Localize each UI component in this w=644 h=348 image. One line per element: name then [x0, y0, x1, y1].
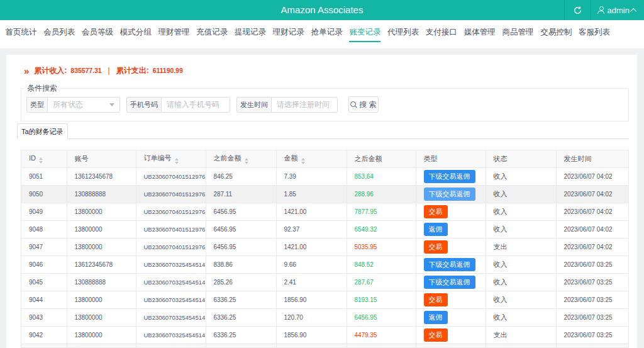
type-tag-button[interactable]: 交易: [424, 328, 448, 342]
partial-cell: [486, 344, 556, 348]
type-tag-button[interactable]: 下级交易返佣: [424, 188, 475, 201]
nav-item-7[interactable]: 理财记录: [273, 20, 304, 42]
cell-status: 收入: [486, 291, 556, 308]
cell-type: 交易: [416, 238, 486, 255]
cell-account: 130888888: [67, 185, 136, 203]
table-row[interactable]: 904713800000UB23060704015129766456.95142…: [21, 238, 628, 255]
income-label: 累计收入:: [34, 66, 67, 76]
cell-account: 13800000: [67, 220, 136, 238]
type-select-group: 类型 所有状态: [26, 97, 120, 113]
phone-input[interactable]: 请输入手机号码: [161, 97, 230, 113]
double-chevron-icon: »: [24, 66, 29, 76]
col-header: 账号: [67, 150, 136, 167]
cell-id: 9049: [21, 203, 67, 220]
table-row[interactable]: 905113612345678UB2306070401512976846.257…: [21, 167, 628, 185]
nav-item-1[interactable]: 会员列表: [43, 20, 75, 42]
cell-order: UB2306070401512976: [136, 220, 206, 238]
table-row[interactable]: 9045130888888UB2306070325454514285.262.4…: [21, 273, 628, 291]
type-tag-button[interactable]: 交易: [424, 205, 448, 218]
records-table-wrap: ID账号订单编号之前金额金额之后金额类型状态发生时间 9051136123456…: [21, 150, 629, 348]
nav-item-5[interactable]: 充值记录: [196, 20, 228, 42]
app-title: Amazon Associates: [0, 0, 644, 20]
sort-icon[interactable]: [301, 158, 305, 164]
nav-item-13[interactable]: 商品管理: [502, 20, 534, 42]
cell-type: 交易: [416, 326, 486, 344]
nav-item-6[interactable]: 提现记录: [235, 20, 266, 42]
type-select[interactable]: 所有状态: [47, 97, 120, 113]
nav-item-12[interactable]: 媒体管理: [464, 20, 496, 42]
tab-financial-records[interactable]: Ta的财务记录: [17, 123, 68, 139]
nav-item-14[interactable]: 交易控制: [540, 20, 572, 42]
cell-status: 收入: [486, 273, 556, 291]
time-label: 发生时间: [236, 97, 271, 113]
col-header[interactable]: 订单编号: [136, 150, 206, 167]
cell-account: 130888888: [67, 273, 136, 291]
type-tag-button[interactable]: 下级交易返佣: [424, 258, 475, 271]
cell-id: 9042: [21, 326, 67, 344]
nav-item-9[interactable]: 账变记录: [349, 20, 380, 42]
card: » 累计收入: 835577.31 | 累计支出: 611190.99 条件搜索…: [6, 55, 637, 348]
table-row[interactable]: 904613612345678UB2306070325454514838.869…: [21, 255, 628, 273]
cell-before: 6456.95: [206, 220, 276, 238]
col-header[interactable]: ID: [21, 150, 67, 167]
sort-icon[interactable]: [39, 157, 43, 164]
col-header[interactable]: 金额: [276, 150, 347, 167]
type-tag-button[interactable]: 下级交易返佣: [424, 276, 475, 289]
search-icon: [350, 101, 357, 108]
sort-icon[interactable]: [175, 158, 179, 164]
cell-time: 2023/06/07 03:25: [556, 273, 628, 291]
refresh-icon: [574, 6, 582, 14]
table-row[interactable]: 904813800000UB23060704015129766456.9592.…: [21, 220, 628, 238]
cell-before: 846.25: [206, 167, 276, 185]
content-area: » 累计收入: 835577.31 | 累计支出: 611190.99 条件搜索…: [0, 48, 644, 348]
table-row[interactable]: 904313800000UB23060703254545146336.25120…: [21, 308, 628, 326]
nav-item-8[interactable]: 抢单记录: [311, 20, 343, 42]
cell-id: 9050: [21, 185, 67, 203]
cell-order: UB2306070325454514: [136, 308, 206, 326]
search-button[interactable]: 搜 索: [348, 96, 379, 113]
table-row[interactable]: 904913800000UB23060704015129766456.95142…: [21, 203, 628, 220]
nav-item-4[interactable]: 理财管理: [158, 20, 190, 42]
cell-amount: 92.37: [276, 220, 347, 238]
type-tag-button[interactable]: 返佣: [424, 223, 448, 236]
sort-icon[interactable]: [245, 158, 248, 164]
chevron-down-icon: [109, 103, 114, 106]
nav-tabs: 首页统计会员列表会员等级模式分组理财管理充值记录提现记录理财记录抢单记录账变记录…: [0, 20, 644, 48]
cell-type: 下级交易返佣: [416, 167, 486, 185]
table-row[interactable]: 9050130888888UB2306070401512976287.111.8…: [21, 185, 628, 203]
type-tag-button[interactable]: 交易: [424, 240, 448, 254]
cell-order: UB2306070401512976: [136, 167, 206, 185]
col-header[interactable]: 之前金额: [206, 150, 276, 167]
cell-id: 9046: [21, 255, 67, 273]
cell-after: 8193.15: [347, 291, 416, 308]
phone-label: 手机号码: [126, 97, 161, 113]
cell-status: 收入: [486, 308, 556, 326]
expense-value: 611190.99: [153, 66, 183, 76]
user-menu[interactable]: admin: [591, 0, 644, 20]
type-select-value: 所有状态: [53, 99, 83, 110]
nav-item-3[interactable]: 模式分组: [120, 20, 152, 42]
table-row[interactable]: 904213800000UB23060703254545146336.25185…: [21, 326, 628, 344]
nav-item-0[interactable]: 首页统计: [5, 20, 36, 42]
nav-item-2[interactable]: 会员等级: [82, 20, 113, 42]
cell-type: 下级交易返佣: [416, 185, 486, 203]
nav-item-10[interactable]: 代理列表: [387, 20, 419, 42]
nav-item-11[interactable]: 支付接口: [426, 20, 457, 42]
user-name: admin: [608, 6, 630, 15]
nav-item-15[interactable]: 客服列表: [579, 20, 610, 42]
refresh-button[interactable]: [564, 0, 591, 20]
cell-before: 838.86: [206, 255, 276, 273]
table-row[interactable]: 904413800000UB23060703254545146336.25185…: [21, 291, 628, 308]
topbar: Amazon Associates admin: [0, 0, 644, 20]
partial-row: ...: [21, 344, 628, 348]
cell-id: 9043: [21, 308, 67, 326]
cell-status: 收入: [486, 203, 556, 220]
type-tag-button[interactable]: 交易: [424, 293, 448, 306]
cell-id: 9044: [21, 291, 67, 308]
cell-time: 2023/06/07 04:02: [556, 203, 628, 220]
type-tag-button[interactable]: 返佣: [424, 311, 448, 324]
type-tag-button[interactable]: 下级交易返佣: [424, 170, 475, 183]
partial-cell: [206, 344, 276, 348]
cell-after: 853.64: [347, 167, 416, 185]
time-input[interactable]: 请选择注册时间: [271, 97, 338, 113]
